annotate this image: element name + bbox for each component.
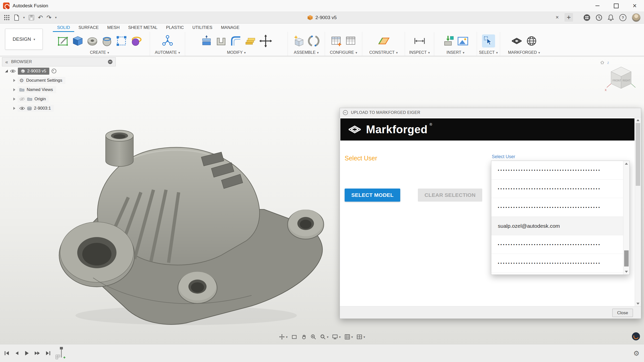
- visibility-eye-icon[interactable]: [19, 107, 25, 110]
- assistant-icon[interactable]: [632, 332, 640, 340]
- timeline-play-icon[interactable]: [24, 350, 29, 356]
- modify-press-pull-icon[interactable]: [200, 35, 213, 47]
- tab-utilities[interactable]: UTILITIES: [188, 25, 217, 32]
- modify-fillet-icon[interactable]: [229, 35, 242, 47]
- expand-open-icon[interactable]: [5, 70, 8, 72]
- user-avatar[interactable]: [632, 13, 640, 22]
- display-state-icon[interactable]: [52, 69, 56, 73]
- eiger-globe-icon[interactable]: [525, 35, 538, 47]
- dialog-scrollbar[interactable]: [635, 117, 641, 306]
- scrollbar-thumb[interactable]: [624, 250, 629, 266]
- zoom-icon[interactable]: [310, 334, 316, 340]
- construct-group-dropdown[interactable]: CONSTRUCT ▾: [369, 49, 398, 56]
- user-option-masked[interactable]: ••••••••••••••••••••••••••••••••••••••••: [491, 179, 623, 198]
- zoom-caret-icon[interactable]: ▾: [327, 335, 329, 339]
- design-workspace-selector[interactable]: DESIGN ▾: [5, 29, 43, 50]
- help-icon[interactable]: ?: [619, 14, 626, 21]
- configure-group-dropdown[interactable]: CONFIGURE ▾: [330, 49, 357, 56]
- viewports-icon[interactable]: [356, 334, 363, 340]
- modify-move-icon[interactable]: [259, 34, 273, 48]
- orbit-pan-icon[interactable]: [279, 334, 285, 340]
- extensions-icon[interactable]: [584, 14, 590, 21]
- browser-collapse-icon[interactable]: «: [5, 59, 8, 65]
- maximize-button[interactable]: [607, 0, 625, 12]
- browser-row-body[interactable]: 2-9003:1: [2, 104, 116, 113]
- minimize-button[interactable]: [588, 0, 607, 12]
- create-form-icon[interactable]: [130, 35, 142, 47]
- create-group-dropdown[interactable]: CREATE ▾: [90, 49, 109, 56]
- display-caret-icon[interactable]: ▾: [339, 335, 341, 339]
- timeline-step-back-icon[interactable]: [15, 351, 19, 356]
- browser-row-document-settings[interactable]: ⚙ Document Settings: [2, 76, 116, 85]
- scroll-down-icon[interactable]: [636, 303, 639, 305]
- create-box-icon[interactable]: [71, 35, 84, 47]
- automate-icon[interactable]: [161, 34, 174, 48]
- user-option-masked[interactable]: ••••••••••••••••••••••••••••••••••••••••: [491, 161, 623, 179]
- create-pattern-icon[interactable]: [115, 35, 128, 47]
- scroll-down-icon[interactable]: [625, 271, 628, 273]
- redo-icon[interactable]: ↷: [47, 15, 52, 21]
- viewports-caret-icon[interactable]: ▾: [364, 335, 365, 339]
- tab-surface[interactable]: SURFACE: [74, 25, 103, 32]
- zoom-window-icon[interactable]: [320, 334, 326, 340]
- select-cursor-icon[interactable]: [483, 35, 494, 47]
- timeline-step-forward-icon[interactable]: [34, 351, 40, 356]
- scroll-up-icon[interactable]: [625, 163, 628, 165]
- timeline-go-to-end-icon[interactable]: [45, 351, 51, 356]
- browser-row-named-views[interactable]: Named Views: [2, 85, 116, 94]
- grid-caret-icon[interactable]: ▾: [351, 335, 353, 339]
- document-close-button[interactable]: ×: [553, 14, 561, 21]
- tab-manage[interactable]: MANAGE: [217, 25, 244, 32]
- new-tab-button[interactable]: +: [565, 13, 573, 22]
- assemble-new-component-icon[interactable]: [293, 35, 305, 47]
- configure-table-icon[interactable]: [330, 35, 343, 47]
- expand-closed-icon[interactable]: [13, 98, 15, 101]
- expand-closed-icon[interactable]: [13, 88, 15, 91]
- scroll-up-icon[interactable]: [636, 119, 639, 121]
- user-list-scrollbar[interactable]: [623, 161, 629, 275]
- user-option-masked[interactable]: ••••••••••••••••••••••••••••••••••••••••: [491, 198, 623, 217]
- assemble-joint-icon[interactable]: [307, 35, 320, 47]
- user-option-masked[interactable]: ••••••••••••••••••••••••••••••••••••••••: [491, 254, 623, 273]
- modify-group-dropdown[interactable]: MODIFY ▾: [227, 49, 246, 56]
- assemble-group-dropdown[interactable]: ASSEMBLE ▾: [294, 49, 319, 56]
- tab-sheet-metal[interactable]: SHEET METAL: [124, 25, 162, 32]
- inspect-group-dropdown[interactable]: INSPECT ▾: [409, 49, 430, 56]
- dialog-header[interactable]: UPLOAD TO MARKFORGED EIGER: [340, 108, 641, 117]
- undo-icon[interactable]: ↶: [38, 15, 43, 21]
- notifications-bell-icon[interactable]: [608, 14, 614, 21]
- orbit-caret-icon[interactable]: ▾: [286, 335, 288, 339]
- clear-selection-button[interactable]: CLEAR SELECTION: [418, 189, 482, 202]
- model-3d-part[interactable]: [45, 114, 330, 328]
- display-settings-icon[interactable]: [332, 334, 338, 340]
- construct-plane-icon[interactable]: [377, 34, 390, 48]
- select-group-dropdown[interactable]: SELECT ▾: [479, 49, 498, 56]
- modify-combine-icon[interactable]: [244, 35, 257, 47]
- expand-closed-icon[interactable]: [13, 79, 15, 82]
- visibility-off-eye-icon[interactable]: [19, 97, 25, 101]
- scrollbar-thumb[interactable]: [636, 123, 640, 186]
- automate-group-dropdown[interactable]: AUTOMATE ▾: [155, 49, 180, 56]
- file-menu-icon[interactable]: [14, 14, 20, 21]
- document-tab[interactable]: 2-9003 v5: [307, 12, 337, 23]
- visibility-eye-icon[interactable]: [10, 69, 16, 73]
- close-window-button[interactable]: ×: [625, 0, 644, 12]
- create-revolve-icon[interactable]: [86, 35, 99, 47]
- history-clock-icon[interactable]: [596, 14, 602, 21]
- root-document-pill[interactable]: 2-9003 v5: [18, 68, 49, 75]
- inspect-measure-icon[interactable]: [413, 34, 426, 48]
- create-coil-icon[interactable]: [101, 35, 113, 47]
- configure-manage-table-icon[interactable]: [345, 35, 357, 47]
- view-cube[interactable]: Z FRONT RIGHT X: [597, 60, 637, 94]
- user-option-email[interactable]: sualp.ozel@autodesk.com: [491, 217, 623, 235]
- tab-mesh[interactable]: MESH: [103, 25, 124, 32]
- tab-plastic[interactable]: PLASTIC: [162, 25, 188, 32]
- insert-group-dropdown[interactable]: INSERT ▾: [447, 49, 464, 56]
- timeline-settings-gear-icon[interactable]: ⚙: [633, 350, 639, 357]
- user-option-masked[interactable]: ••••••••••••••••••••••••••••••••••••••••: [491, 235, 623, 254]
- pan-hand-icon[interactable]: [301, 334, 307, 340]
- file-menu-caret-icon[interactable]: ▾: [23, 16, 25, 19]
- insert-canvas-icon[interactable]: [457, 35, 469, 47]
- dialog-close-button[interactable]: Close: [612, 309, 633, 317]
- timeline-marker[interactable]: [55, 346, 66, 359]
